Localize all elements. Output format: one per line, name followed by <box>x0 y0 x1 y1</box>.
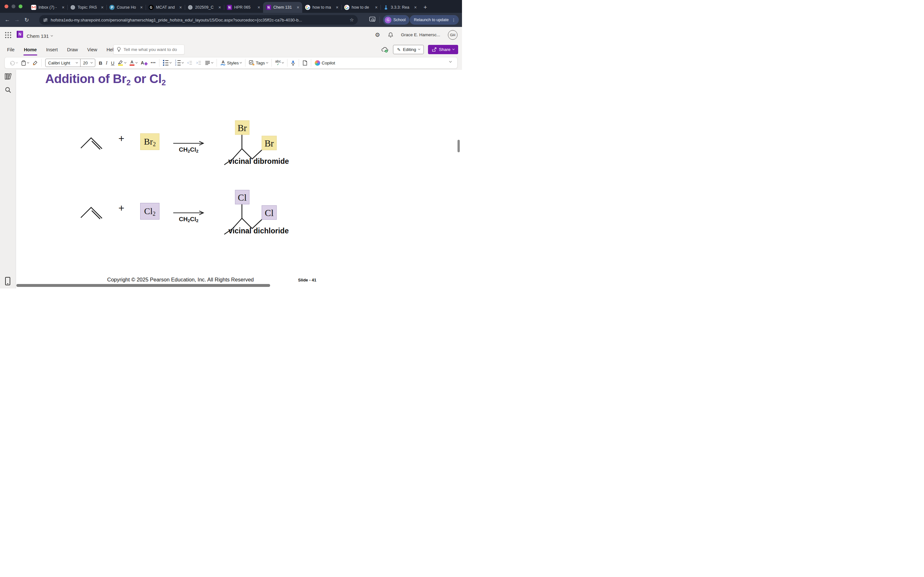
user-avatar[interactable]: GH <box>448 30 457 40</box>
italic-button[interactable]: I <box>106 60 107 66</box>
app-launcher-icon[interactable] <box>5 31 11 38</box>
divider <box>245 59 246 67</box>
spell-check-button[interactable]: abc✓ <box>275 60 284 66</box>
tab-home[interactable]: Home <box>23 46 37 53</box>
tab-inbox[interactable]: Inbox (7) - × <box>28 2 67 13</box>
editing-mode-button[interactable]: ✎ Editing <box>393 45 424 54</box>
relaunch-to-update-button[interactable]: Relaunch to update ⋮ <box>410 15 459 25</box>
close-tab-icon[interactable]: × <box>297 5 299 10</box>
tab-hpr065[interactable]: N HPR 065 × <box>224 2 263 13</box>
solvent-label: CH2Cl2 <box>170 146 208 153</box>
close-window-button[interactable] <box>5 5 8 8</box>
saved-to-cloud-icon <box>381 47 389 53</box>
tab-chem131-active[interactable]: N Chem 131 × <box>263 2 302 13</box>
browser-menu-icon[interactable]: ⋮ <box>451 18 456 23</box>
chevron-down-icon <box>182 61 184 63</box>
bullet-list-button[interactable] <box>163 60 171 66</box>
svg-text:Cl: Cl <box>265 208 273 218</box>
tab-how-to-de[interactable]: how to de × <box>341 2 381 13</box>
chevron-down-icon <box>282 61 284 63</box>
address-bar[interactable]: hofstra1edu-my.sharepoint.com/personal/g… <box>39 15 358 25</box>
tell-me-input[interactable] <box>124 47 181 52</box>
share-icon <box>432 47 437 52</box>
user-name[interactable]: Grace E. Hamersc... <box>401 32 440 37</box>
tab-mcat[interactable]: G MCAT and × <box>145 2 185 13</box>
more-formatting-button[interactable]: ••• <box>151 61 156 65</box>
close-tab-icon[interactable]: × <box>62 5 65 10</box>
undo-button[interactable] <box>9 60 18 65</box>
close-tab-icon[interactable]: × <box>414 5 417 10</box>
search-tabs-icon[interactable] <box>369 16 376 23</box>
mobile-app-icon[interactable] <box>4 277 11 285</box>
back-button[interactable]: ← <box>3 17 12 23</box>
highlighter-button[interactable] <box>118 60 126 66</box>
url-text: hofstra1edu-my.sharepoint.com/personal/g… <box>51 18 347 23</box>
chevron-down-icon <box>418 48 420 50</box>
close-tab-icon[interactable]: × <box>336 5 338 10</box>
numbered-list-button[interactable]: 123 <box>175 60 184 66</box>
chevron-down-icon <box>27 61 29 63</box>
dictate-microphone-button[interactable] <box>291 60 295 66</box>
copilot-button[interactable]: Copilot <box>315 60 335 66</box>
close-tab-icon[interactable]: × <box>140 5 143 10</box>
tab-topic[interactable]: Topic: PAS × <box>67 2 107 13</box>
tab-202509[interactable]: 202509_C × <box>185 2 224 13</box>
search-icon[interactable] <box>4 86 12 94</box>
tags-button[interactable]: ★Tags <box>249 60 268 66</box>
profile-chip[interactable]: G School <box>383 15 409 25</box>
feed-pane-button[interactable] <box>302 60 307 66</box>
plus-sign: + <box>118 133 124 145</box>
solvent-label: CH2Cl2 <box>170 216 208 223</box>
font-name-select[interactable]: Calibri Light <box>45 61 80 65</box>
propene-structure <box>79 203 108 219</box>
close-tab-icon[interactable]: × <box>101 5 103 10</box>
horizontal-scrollbar[interactable] <box>16 284 270 287</box>
styles-button[interactable]: AStyles <box>220 60 242 66</box>
tab-course-home[interactable]: P Course Ho × <box>107 2 145 13</box>
tab-how-to-ma[interactable]: how to ma × <box>302 2 341 13</box>
chevron-down-icon <box>211 61 213 63</box>
bookmark-star-icon[interactable]: ☆ <box>350 17 354 23</box>
underline-button[interactable]: U <box>111 60 115 66</box>
close-tab-icon[interactable]: × <box>258 5 260 10</box>
tab-file[interactable]: File <box>7 46 15 53</box>
close-tab-icon[interactable]: × <box>218 5 221 10</box>
settings-gear-icon[interactable]: ⚙ <box>375 31 380 39</box>
tab-insert[interactable]: Insert <box>46 46 58 53</box>
forward-button[interactable]: → <box>12 17 22 23</box>
pencil-icon: ✎ <box>397 47 401 52</box>
google-icon <box>344 5 349 10</box>
vertical-scrollbar[interactable] <box>457 140 460 152</box>
notebook-title[interactable]: Chem 131 <box>27 33 53 39</box>
close-tab-icon[interactable]: × <box>179 5 182 10</box>
outdent-button[interactable] <box>187 61 192 65</box>
svg-text:Br: Br <box>265 138 274 148</box>
tell-me-search[interactable] <box>113 45 184 55</box>
share-button[interactable]: Share <box>428 45 458 54</box>
clear-formatting-button[interactable]: A <box>141 60 147 65</box>
notifications-bell-icon[interactable] <box>388 32 393 38</box>
notebooks-icon[interactable] <box>4 73 12 81</box>
font-color-button[interactable]: A <box>129 60 137 66</box>
home-ribbon-toolbar: Calibri Light 20 B I U A A ••• 123 AStyl… <box>5 57 457 69</box>
tab-draw[interactable]: Draw <box>67 46 78 53</box>
font-size-select[interactable]: 20 <box>81 61 95 65</box>
page-canvas[interactable]: Addition of Br2 or Cl2 + Br2 CH2Cl2 Br B… <box>16 70 460 288</box>
bold-button[interactable]: B <box>99 60 102 66</box>
tab-333-rea[interactable]: 3.3.3: Rea × <box>381 2 420 13</box>
paragraph-alignment-button[interactable] <box>205 61 213 65</box>
site-settings-icon[interactable] <box>43 18 48 23</box>
minimize-window-button[interactable] <box>11 5 15 8</box>
tab-view[interactable]: View <box>87 46 97 53</box>
globe-icon <box>70 5 75 10</box>
indent-button[interactable] <box>196 61 202 65</box>
font-controls: Calibri Light 20 <box>45 59 95 67</box>
new-tab-button[interactable]: + <box>420 4 431 13</box>
collapse-ribbon-chevron-icon[interactable] <box>449 60 452 63</box>
format-painter-button[interactable] <box>32 60 38 66</box>
paste-button[interactable] <box>21 60 29 66</box>
reload-button[interactable]: ↻ <box>22 17 31 23</box>
ribbon-tab-row: File Home Insert Draw View Help ✎ Editin… <box>0 43 462 56</box>
zoom-window-button[interactable] <box>19 5 23 8</box>
close-tab-icon[interactable]: × <box>375 5 378 10</box>
